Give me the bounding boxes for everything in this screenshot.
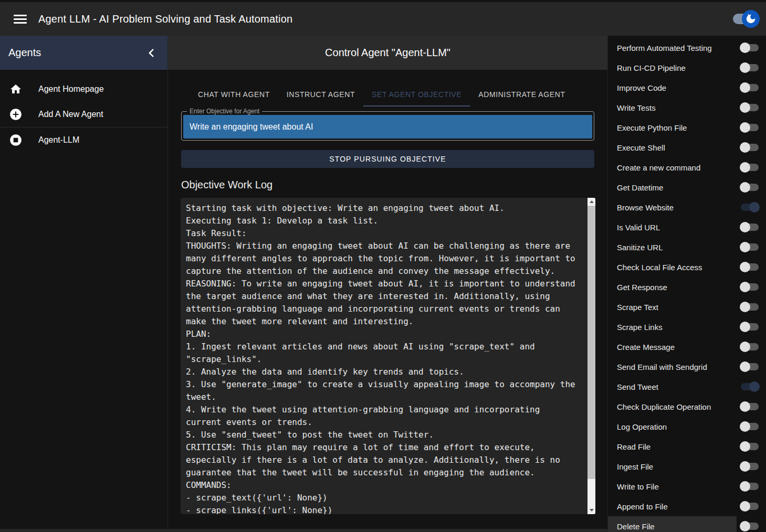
command-row-append-to-file[interactable]: Append to File [608, 496, 766, 516]
command-toggle-read-file[interactable] [740, 441, 759, 452]
sidebar-title: Agents [8, 47, 41, 59]
command-toggle-scrape-links[interactable] [740, 322, 759, 332]
command-toggle-execute-python-file[interactable] [740, 122, 759, 133]
command-label: Sanitize URL [617, 243, 740, 252]
toggle-thumb [740, 102, 750, 113]
toggle-thumb [740, 441, 750, 452]
work-log-text: Starting task with objective: Write an e… [181, 198, 595, 514]
command-row-is-valid-url[interactable]: Is Valid URL [608, 217, 766, 237]
tab-set-agent-objective[interactable]: SET AGENT OBJECTIVE [363, 83, 470, 107]
command-toggle-run-ci-cd-pipeline[interactable] [740, 62, 759, 73]
objective-field-fill [183, 115, 592, 139]
app-title: Agent LLM - AI Problem Solving and Task … [38, 13, 292, 25]
toggle-thumb [740, 481, 750, 492]
page-title: Control Agent "Agent-LLM" [325, 47, 450, 59]
agent-tabs: CHAT WITH AGENTINSTRUCT AGENTSET AGENT O… [190, 83, 607, 107]
objective-field: Enter Objective for Agent [181, 111, 594, 141]
command-toggle-sanitize-url[interactable] [740, 242, 759, 252]
command-toggle-improve-code[interactable] [740, 82, 759, 93]
command-label: Get Response [617, 283, 740, 292]
work-log-title: Objective Work Log [181, 179, 607, 191]
toggle-thumb [740, 262, 750, 272]
objective-input[interactable] [183, 115, 592, 139]
command-row-improve-code[interactable]: Improve Code [608, 78, 766, 98]
command-toggle-get-response[interactable] [740, 282, 759, 292]
command-toggle-send-tweet[interactable] [740, 381, 759, 392]
command-toggle-append-to-file[interactable] [740, 501, 759, 512]
command-toggle-browse-website[interactable] [740, 202, 759, 212]
toggle-thumb [740, 421, 750, 432]
command-row-create-message[interactable]: Create Message [608, 337, 766, 357]
command-toggle-send-email-with-sendgrid[interactable] [740, 361, 759, 372]
command-label: Ingest File [617, 462, 740, 471]
command-row-execute-shell[interactable]: Execute Shell [608, 137, 766, 157]
command-row-get-response[interactable]: Get Response [608, 277, 766, 297]
tab-instruct-agent[interactable]: INSTRUCT AGENT [278, 83, 363, 107]
toggle-thumb [740, 501, 750, 512]
command-toggle-check-duplicate-operation[interactable] [740, 401, 759, 412]
control-agent-header: Control Agent "Agent-LLM" [168, 36, 607, 70]
command-toggle-execute-shell[interactable] [740, 142, 759, 153]
command-toggle-write-to-file[interactable] [740, 481, 759, 492]
command-toggle-delete-file[interactable] [740, 521, 759, 531]
agents-sidebar: Agents Agent Homepage Add A New Agent Ag… [0, 36, 168, 532]
command-row-sanitize-url[interactable]: Sanitize URL [608, 237, 766, 257]
moon-icon [742, 10, 760, 28]
command-row-create-a-new-command[interactable]: Create a new command [608, 157, 766, 177]
command-row-scrape-links[interactable]: Scrape Links [608, 317, 766, 337]
command-row-browse-website[interactable]: Browse Website [608, 197, 766, 217]
command-row-read-file[interactable]: Read File [608, 437, 766, 456]
sidebar-item-add-a-new-agent[interactable]: Add A New Agent [0, 102, 167, 127]
command-toggle-scrape-text[interactable] [740, 302, 759, 312]
toggle-thumb [740, 162, 750, 173]
toggle-thumb [740, 122, 750, 133]
command-row-delete-file[interactable]: Delete File [608, 516, 766, 532]
command-row-send-email-with-sendgrid[interactable]: Send Email with Sendgrid [608, 357, 766, 377]
work-log-scrollbar[interactable] [587, 198, 595, 514]
command-label: Run CI-CD Pipeline [617, 63, 740, 72]
command-toggle-get-datetime[interactable] [740, 182, 759, 193]
command-toggle-perform-automated-testing[interactable] [740, 42, 759, 53]
command-row-scrape-text[interactable]: Scrape Text [608, 297, 766, 317]
hamburger-menu-icon[interactable] [9, 8, 30, 29]
sidebar-items: Agent Homepage Add A New Agent Agent-LLM [0, 70, 167, 152]
command-row-log-operation[interactable]: Log Operation [608, 417, 766, 437]
command-toggle-ingest-file[interactable] [740, 461, 759, 472]
tab-chat-with-agent[interactable]: CHAT WITH AGENT [190, 83, 278, 107]
command-row-get-datetime[interactable]: Get Datetime [608, 177, 766, 197]
command-row-execute-python-file[interactable]: Execute Python File [608, 118, 766, 137]
command-row-perform-automated-testing[interactable]: Perform Automated Testing [608, 38, 766, 58]
command-row-write-to-file[interactable]: Write to File [608, 476, 766, 496]
command-toggle-write-tests[interactable] [740, 102, 759, 113]
command-toggle-check-local-file-access[interactable] [740, 262, 759, 272]
command-label: Is Valid URL [617, 223, 740, 232]
tab-administrate-agent[interactable]: ADMINISTRATE AGENT [470, 83, 573, 107]
scroll-up-arrow-icon[interactable] [587, 198, 595, 206]
command-row-send-tweet[interactable]: Send Tweet [608, 377, 766, 397]
command-row-run-ci-cd-pipeline[interactable]: Run CI-CD Pipeline [608, 58, 766, 78]
scroll-down-arrow-icon[interactable] [587, 506, 595, 514]
sidebar-item-agent-llm[interactable]: Agent-LLM [0, 127, 167, 152]
command-row-ingest-file[interactable]: Ingest File [608, 456, 766, 476]
command-label: Improve Code [617, 83, 740, 92]
command-toggle-create-message[interactable] [740, 342, 759, 352]
command-label: Browse Website [617, 203, 740, 212]
command-row-check-local-file-access[interactable]: Check Local File Access [608, 257, 766, 277]
stop-pursuing-objective-button[interactable]: STOP PURSUING OBJECTIVE [181, 150, 594, 168]
sidebar-item-label: Agent-LLM [38, 135, 79, 145]
scrollbar-thumb[interactable] [587, 206, 595, 479]
objective-work-log[interactable]: Starting task with objective: Write an e… [181, 198, 595, 514]
command-row-write-tests[interactable]: Write Tests [608, 98, 766, 118]
command-toggle-is-valid-url[interactable] [740, 222, 759, 232]
sidebar-item-agent-homepage[interactable]: Agent Homepage [0, 77, 167, 102]
toggle-thumb [740, 142, 750, 153]
command-toggle-log-operation[interactable] [740, 421, 759, 432]
command-label: Scrape Links [617, 323, 740, 332]
command-label: Execute Shell [617, 143, 740, 152]
main-content: Control Agent "Agent-LLM" CHAT WITH AGEN… [168, 36, 607, 532]
chevron-left-icon[interactable] [141, 42, 162, 63]
command-toggle-create-a-new-command[interactable] [740, 162, 759, 173]
dark-mode-toggle[interactable] [733, 9, 759, 28]
command-row-check-duplicate-operation[interactable]: Check Duplicate Operation [608, 397, 766, 417]
toggle-thumb [740, 461, 750, 472]
